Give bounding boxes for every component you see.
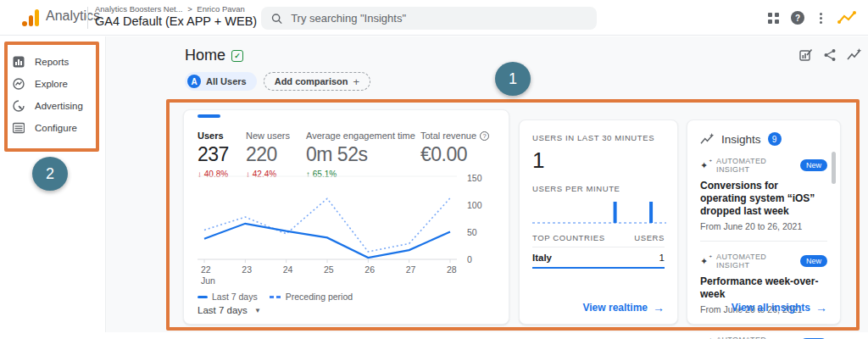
chart-legend: Last 7 days Preceding period <box>198 292 353 302</box>
realtime-title: USERS IN LAST 30 MINUTES <box>532 133 665 142</box>
page-title: Home ✓ <box>185 47 243 64</box>
sidebar-item-explore[interactable]: Explore <box>0 73 105 95</box>
overview-metrics-card: Users 237 ↓ 40.8% New users 220 ↓ 42.4% … <box>183 109 509 325</box>
share-icon[interactable] <box>823 48 837 62</box>
chevron-down-icon: ▼ <box>254 307 261 314</box>
view-all-insights-link[interactable]: View all insights → <box>732 301 827 314</box>
users-per-minute-chart <box>532 198 666 225</box>
arrow-right-icon: → <box>653 301 665 314</box>
comparison-chips: A All Users Add comparison + <box>185 72 370 91</box>
metric-label: Total revenue? <box>420 131 489 141</box>
table-row[interactable]: Italy 1 <box>532 247 665 269</box>
orange-trendline-icon[interactable] <box>837 10 856 25</box>
brand-name: Analytics <box>46 8 100 24</box>
users-per-minute-label: USERS PER MINUTE <box>532 184 665 193</box>
metric-label: New users <box>246 131 306 141</box>
x-tick-label: 22 Jun <box>201 264 225 286</box>
metric-label: Users <box>198 131 246 141</box>
topbar-divider <box>87 7 88 29</box>
insights-count-badge: 9 <box>768 132 782 146</box>
search-input[interactable] <box>291 12 587 25</box>
add-comparison-label: Add comparison <box>275 76 348 86</box>
x-tick-marks <box>204 259 450 263</box>
arrow-right-icon: → <box>815 301 827 314</box>
help-circle-icon[interactable]: ? <box>480 131 489 141</box>
property-name[interactable]: GA4 Default (Ex APP + WEB) <box>95 14 257 28</box>
divider <box>700 241 827 242</box>
bar-chart-icon <box>13 56 25 68</box>
metric-value: €0.00 <box>420 143 489 166</box>
insight-item-3[interactable]: ✦ AUTOMATED INSIGHT New <box>700 336 827 339</box>
topbar-actions: ? <box>768 0 856 36</box>
metric-label-text: Total revenue <box>420 131 476 141</box>
insight-item-1[interactable]: ✦ AUTOMATED INSIGHT New Conversions for … <box>700 157 827 242</box>
sidebar-item-label: Advertising <box>35 101 83 111</box>
col-users: USERS <box>634 233 665 242</box>
metric-label: Average engagement time <box>306 131 420 141</box>
all-users-chip[interactable]: A All Users <box>185 72 257 91</box>
insights-sparkline-icon[interactable] <box>847 48 862 62</box>
legend-current-label: Last 7 days <box>212 292 258 302</box>
automated-insight-sparkle-icon: ✦ <box>700 160 711 171</box>
y-tick-label: 0 <box>467 254 472 264</box>
realtime-users-value: 1 <box>532 147 665 174</box>
series-current-line <box>204 224 450 258</box>
dashed-line-swatch <box>270 296 281 298</box>
country-users: 1 <box>659 253 665 263</box>
view-realtime-link[interactable]: View realtime → <box>583 301 665 314</box>
sidebar-item-label: Configure <box>35 123 77 133</box>
advertising-target-icon <box>13 100 25 112</box>
y-tick-label: 150 <box>467 173 482 183</box>
sidebar-item-configure[interactable]: Configure <box>0 117 105 139</box>
insights-sparkline-icon <box>700 133 715 146</box>
annotation-step-1: 1 <box>495 62 531 96</box>
legend-current: Last 7 days <box>198 292 258 302</box>
metric-value: 0m 52s <box>306 143 420 166</box>
ga4-home-screenshot: Analytics Analytics Boosters Net... > En… <box>0 0 868 339</box>
col-top-countries: TOP COUNTRIES <box>532 233 605 242</box>
users-trend-chart: 050100150 22 Jun232425262728 <box>198 171 497 292</box>
search-bar[interactable] <box>261 7 597 30</box>
x-tick-label: 25 <box>324 264 348 275</box>
new-badge: New <box>800 159 827 171</box>
insight-type-label: AUTOMATED INSIGHT <box>716 336 795 339</box>
add-comparison-button[interactable]: Add comparison + <box>264 72 370 91</box>
metric-value: 237 <box>198 143 246 166</box>
page-title-text: Home <box>185 47 225 64</box>
new-badge: New <box>800 255 827 267</box>
top-countries-table: TOP COUNTRIES USERS Italy 1 <box>532 233 665 269</box>
minute-bar <box>614 202 617 223</box>
divider <box>700 324 827 325</box>
x-tick-label: 28 <box>447 264 470 275</box>
country-name: Italy <box>532 253 552 263</box>
sidebar-item-advertising[interactable]: Advertising <box>0 95 105 117</box>
top-app-bar: Analytics Analytics Boosters Net... > En… <box>0 0 868 36</box>
x-tick-label: 23 <box>242 264 265 275</box>
x-tick-label: 26 <box>364 264 388 275</box>
breadcrumb-account[interactable]: Analytics Boosters Net... <box>95 4 182 14</box>
sidebar-item-reports[interactable]: Reports <box>0 51 105 73</box>
date-range-selector[interactable]: Last 7 days ▼ <box>198 305 261 315</box>
sidebar-item-label: Explore <box>35 79 68 89</box>
insight-title: Conversions for operating system “iOS” d… <box>700 180 827 218</box>
insights-card: Insights 9 ✦ AUTOMATED INSIGHT New Conve… <box>687 119 841 325</box>
breadcrumb-separator: > <box>187 4 192 14</box>
annotation-step-2: 2 <box>32 157 68 191</box>
comparison-avatar: A <box>187 75 201 88</box>
more-vertical-icon[interactable] <box>816 11 826 25</box>
carousel-tab-indicator[interactable] <box>198 114 220 118</box>
customize-report-icon[interactable] <box>799 48 813 62</box>
scrollbar-thumb[interactable] <box>832 152 836 184</box>
minute-bar <box>649 202 653 223</box>
plus-icon: + <box>353 75 360 88</box>
insight-date-range: From June 20 to 26, 2021 <box>700 221 827 231</box>
x-tick-label: 24 <box>283 264 307 275</box>
date-range-label: Last 7 days <box>198 305 248 315</box>
property-selector[interactable]: GA4 Default (Ex APP + WEB) ▼ <box>95 14 270 28</box>
legend-previous: Preceding period <box>270 292 353 302</box>
report-actions <box>799 48 862 62</box>
breadcrumb-user[interactable]: Enrico Pavan <box>197 4 245 14</box>
help-icon[interactable]: ? <box>791 11 804 25</box>
breadcrumb[interactable]: Analytics Boosters Net... > Enrico Pavan <box>95 4 245 14</box>
apps-grid-icon[interactable] <box>768 13 779 24</box>
